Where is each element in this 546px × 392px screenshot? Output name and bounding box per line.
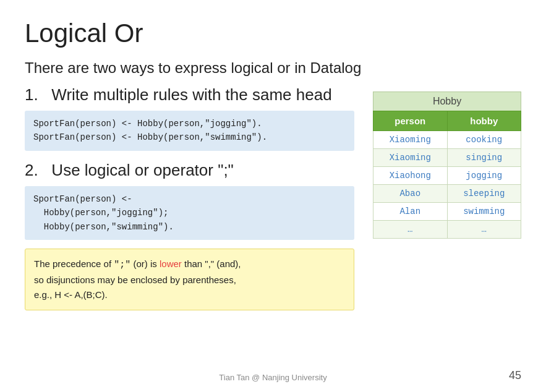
table-row: Xiaohongjogging <box>373 167 521 185</box>
cell-person: Alan <box>373 203 448 221</box>
table-row: Alanswimming <box>373 203 521 221</box>
cell-person: Xiaoming <box>373 149 448 167</box>
note-middle1: (or) is <box>130 258 160 269</box>
section2-label: 2. <box>25 161 38 179</box>
note-highlight: lower <box>160 258 182 269</box>
cell-hobby: cooking <box>447 131 521 149</box>
right-column: Hobby person hobby XiaomingcookingXiaomi… <box>373 85 521 310</box>
section1-label: 1. <box>25 85 38 104</box>
page-number: 45 <box>509 369 521 382</box>
cell-person: Xiaoming <box>373 131 448 149</box>
section1-code: SportFan(person) <- Hobby(person,"joggin… <box>25 111 354 151</box>
section2: 2. Use logical or operator ";" SportFan(… <box>25 161 354 240</box>
table-header-row: person hobby <box>373 111 521 131</box>
col-hobby: hobby <box>447 111 521 131</box>
section1-heading: 1. Write multiple rules with the same he… <box>25 85 354 104</box>
intro-text: There are two ways to express logical or… <box>25 59 521 77</box>
section1-text: Write multiple rules with the same head <box>51 85 331 104</box>
cell-hobby: singing <box>447 149 521 167</box>
cell-person: Xiaohong <box>373 167 448 185</box>
hobby-table: person hobby XiaomingcookingXiaomingsing… <box>373 111 521 239</box>
note-box: The precedence of ";" (or) is lower than… <box>25 249 354 310</box>
left-column: 1. Write multiple rules with the same he… <box>25 85 354 310</box>
footer: Tian Tan @ Nanjing University <box>0 373 546 382</box>
note-line2: so disjunctions may be enclosed by paren… <box>34 275 236 285</box>
section2-code: SportFan(person) <- Hobby(person,"joggin… <box>25 186 354 240</box>
cell-hobby: sleeping <box>447 185 521 203</box>
table-row: Xiaomingcooking <box>373 131 521 149</box>
cell-person: … <box>373 221 448 239</box>
cell-person: Abao <box>373 185 448 203</box>
note-code1: ";" <box>114 260 130 270</box>
table-row: Abaosleeping <box>373 185 521 203</box>
section2-text: Use logical or operator ";" <box>51 161 233 179</box>
slide-title: Logical Or <box>25 19 521 48</box>
cell-hobby: swimming <box>447 203 521 221</box>
hobby-table-wrapper: Hobby person hobby XiaomingcookingXiaomi… <box>373 92 521 239</box>
note-middle2: than "," (and), <box>182 258 241 269</box>
cell-hobby: … <box>447 221 521 239</box>
col-person: person <box>373 111 448 131</box>
note-line3: e.g., H <- A,(B;C). <box>34 289 108 300</box>
table-row: Xiaomingsinging <box>373 149 521 167</box>
slide: Logical Or There are two ways to express… <box>0 0 546 392</box>
section1: 1. Write multiple rules with the same he… <box>25 85 354 151</box>
section2-heading: 2. Use logical or operator ";" <box>25 161 354 180</box>
content-area: 1. Write multiple rules with the same he… <box>25 85 521 310</box>
cell-hobby: jogging <box>447 167 521 185</box>
footer-text: Tian Tan @ Nanjing University <box>0 373 546 382</box>
table-row: …… <box>373 221 521 239</box>
table-title: Hobby <box>373 92 521 111</box>
note-prefix: The precedence of <box>34 258 114 269</box>
